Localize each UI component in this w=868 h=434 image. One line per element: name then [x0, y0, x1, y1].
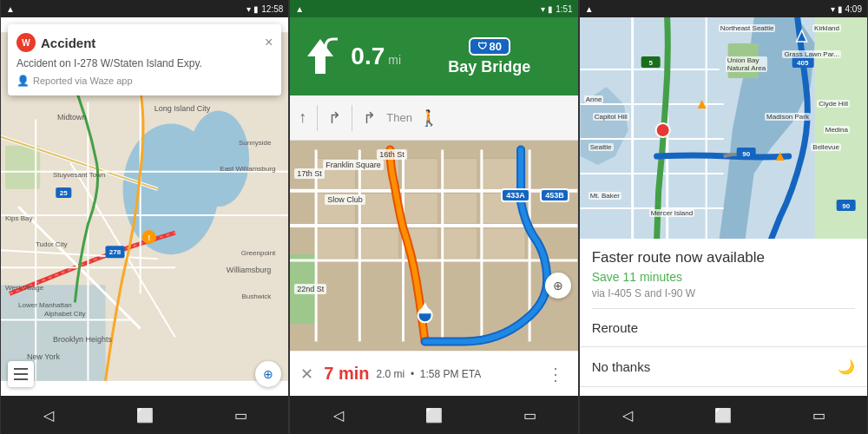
home-icon-1: ⬜ — [136, 407, 154, 424]
svg-text:405: 405 — [797, 59, 809, 67]
more-options-button[interactable]: ⋮ — [543, 360, 568, 388]
highway-number: 80 — [490, 40, 502, 53]
back-icon-1: ◁ — [43, 407, 54, 424]
nav-bar-3: ◁ ⬜ ▭ — [580, 396, 867, 434]
home-button-3[interactable]: ⬜ — [711, 403, 735, 427]
road-label-17th: 17th St — [294, 168, 325, 179]
eta-distance: 2.0 mi — [377, 368, 405, 380]
label-union-bay: Union BayNatural Area — [726, 56, 767, 72]
label-anne: Anne — [584, 95, 604, 103]
status-right-1: ▾ ▮ 12:58 — [247, 4, 283, 14]
step-divider-1 — [317, 105, 318, 131]
recent-button-3[interactable]: ▭ — [807, 403, 832, 427]
status-left-1: ▲ — [6, 4, 15, 14]
accident-title-row: W Accident — [16, 33, 95, 52]
status-left-3: ▲ — [585, 4, 594, 14]
nav-distance-info: 0.7 mi — [351, 43, 401, 70]
road-label-slow-club: Slow Club — [325, 194, 365, 205]
svg-point-2 — [188, 111, 249, 207]
phone-3: ▲ ▾ ▮ 4:09 — [579, 0, 868, 434]
info-panel: Faster route now available Save 11 minut… — [580, 239, 867, 396]
back-button-1[interactable]: ◁ — [36, 403, 61, 427]
home-icon-2: ⬜ — [425, 407, 443, 424]
svg-text:90: 90 — [842, 202, 850, 210]
map-area-3: 5 405 90 90 Northeast Seattle Kirkland G… — [580, 17, 867, 239]
reroute-label: Reroute — [592, 320, 638, 335]
phone-1: ▲ ▾ ▮ 12:58 — [0, 0, 289, 434]
menu-line-3 — [14, 378, 28, 380]
road-label-franklin: Franklin Square — [323, 160, 384, 170]
steps-bar: ↑ ↱ ↱ Then 🚶 — [290, 95, 577, 141]
status-bar-1: ▲ ▾ ▮ 12:58 — [1, 0, 288, 17]
gps-icon: ▲ — [295, 4, 304, 14]
battery-icon: ▮ — [253, 4, 259, 14]
label-ne-seattle: Northeast Seattle — [719, 24, 776, 32]
menu-line-1 — [14, 368, 28, 370]
accident-close-button[interactable]: × — [265, 35, 273, 50]
battery-icon-3: ▮ — [838, 4, 843, 14]
label-clyde-hill: Clyde Hill — [817, 100, 850, 108]
time-display-2: 1:51 — [556, 4, 572, 14]
reroute-row[interactable]: Reroute — [580, 309, 867, 347]
svg-rect-31 — [443, 159, 477, 189]
nav-arrow-box — [299, 30, 342, 82]
home-button-1[interactable]: ⬜ — [133, 403, 157, 427]
nav-bar-2: ◁ ⬜ ▭ — [290, 396, 577, 434]
save-minutes: Save 11 minutes — [580, 270, 867, 287]
label-mercer-island: Mercer Island — [649, 209, 694, 217]
back-button-3[interactable]: ◁ — [615, 403, 640, 427]
svg-rect-36 — [360, 228, 399, 259]
recent-icon-2: ▭ — [523, 407, 536, 424]
svg-point-63 — [655, 123, 669, 137]
map-area-2: 17th St 22nd St 16th St Franklin Square … — [290, 141, 577, 351]
accident-header: W Accident × — [16, 33, 273, 52]
accident-source: 👤 Reported via Waze app — [16, 75, 273, 87]
home-icon-3: ⬜ — [714, 407, 732, 424]
menu-button[interactable] — [8, 361, 34, 387]
waze-icon: W — [16, 33, 36, 52]
road-label-22nd: 22nd St — [294, 284, 326, 294]
back-button-2[interactable]: ◁ — [326, 403, 351, 427]
highway-shield-icon: 🛡 — [477, 41, 487, 51]
wifi-icon-3: ▾ — [831, 4, 835, 14]
location-icon: ⊕ — [263, 367, 273, 381]
eta-time: 7 min — [324, 364, 369, 384]
home-button-2[interactable]: ⬜ — [422, 403, 446, 427]
recent-icon-3: ▭ — [812, 407, 825, 424]
compass-button[interactable]: ⊕ — [545, 273, 571, 299]
svg-text:!: ! — [148, 233, 150, 242]
accident-source-text: Reported via Waze app — [33, 76, 133, 86]
moon-icon: 🌙 — [838, 358, 855, 375]
step-walk-icon: 🚶 — [419, 108, 438, 128]
nav-street-box: 🛡 80 Bay Bridge — [410, 37, 569, 76]
recent-icon-1: ▭ — [234, 407, 247, 424]
accident-overlay: W Accident × Accident on I-278 W/Staten … — [8, 24, 281, 95]
highway-badge-453: 453B — [540, 188, 569, 202]
svg-text:5: 5 — [648, 59, 653, 67]
then-label: Then — [386, 111, 412, 124]
svg-text:25: 25 — [60, 189, 68, 197]
footer-eta: ✕ 7 min 2.0 mi • 1:58 PM ETA ⋮ — [290, 351, 577, 396]
time-display-3: 4:09 — [845, 4, 862, 14]
close-nav-button[interactable]: ✕ — [300, 365, 313, 384]
label-grass-lawn: Grass Lawn Par... — [782, 50, 841, 58]
recent-button-1[interactable]: ▭ — [228, 403, 253, 427]
no-thanks-row[interactable]: No thanks 🌙 — [580, 347, 867, 387]
label-bellevue: Bellevue — [811, 143, 841, 151]
compass-icon: ⊕ — [553, 279, 563, 293]
battery-icon-2: ▮ — [548, 4, 553, 14]
back-icon-3: ◁ — [622, 407, 633, 424]
svg-text:278: 278 — [109, 248, 122, 256]
label-seattle: Seattle — [589, 143, 614, 151]
road-label-16th: 16th St — [377, 149, 407, 160]
step-straight-icon: ↑ — [299, 108, 306, 127]
back-icon-2: ◁ — [333, 407, 344, 424]
label-medina: Medina — [824, 126, 850, 134]
nav-unit: mi — [388, 53, 401, 67]
label-mt-baker: Mt. Baker — [589, 192, 621, 200]
highway-badge-433: 433A — [501, 188, 530, 202]
wifi-icon-2: ▾ — [541, 4, 545, 14]
status-right-3: ▾ ▮ 4:09 — [831, 4, 862, 14]
menu-line-2 — [14, 373, 28, 375]
recent-button-2[interactable]: ▭ — [517, 403, 542, 427]
